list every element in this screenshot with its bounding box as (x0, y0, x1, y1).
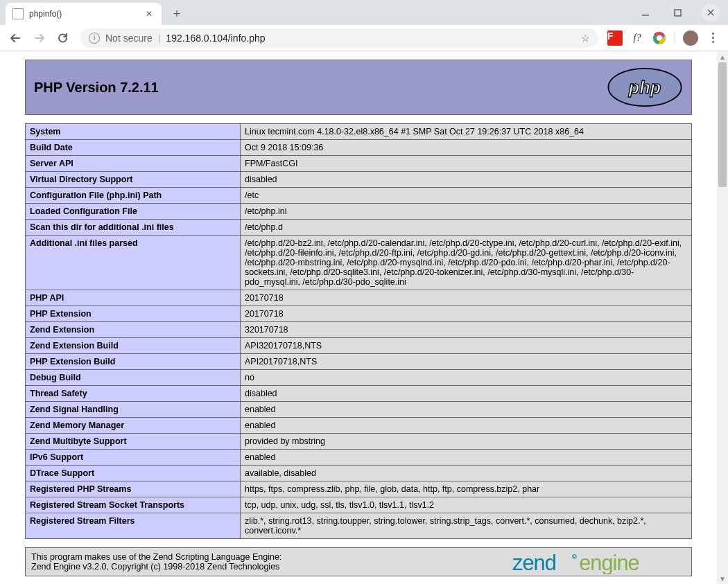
scroll-track[interactable] (717, 62, 728, 573)
info-key: Loaded Configuration File (26, 204, 241, 220)
info-key: Registered Stream Filters (26, 513, 241, 539)
info-value: 320170718 (241, 322, 692, 338)
maximize-button[interactable] (661, 2, 693, 23)
table-row: Zend Extension320170718 (26, 322, 692, 338)
forward-button[interactable] (29, 28, 50, 48)
info-key: Registered Stream Socket Transports (26, 497, 241, 513)
scroll-down-button[interactable]: ▼ (717, 573, 728, 584)
info-key: PHP Extension Build (26, 354, 241, 370)
flipboard-icon: F (607, 30, 623, 46)
table-row: Virtual Directory Supportdisabled (26, 172, 692, 188)
table-row: PHP Extension20170718 (26, 306, 692, 322)
table-row: Scan this dir for additional .ini files/… (26, 220, 692, 236)
extension-fonts[interactable]: f? (627, 28, 647, 48)
minimize-icon (641, 8, 650, 17)
new-tab-button[interactable]: + (167, 4, 187, 24)
info-key: PHP API (26, 290, 241, 306)
separator (675, 31, 675, 45)
extension-chrome[interactable] (650, 28, 669, 48)
table-row: Registered Stream Filterszlib.*, string.… (26, 513, 692, 539)
info-key: Zend Signal Handling (26, 402, 241, 418)
info-value: /etc/php.d/20-bz2.ini, /etc/php.d/20-cal… (241, 236, 692, 290)
chrome-icon (652, 31, 666, 45)
info-value: FPM/FastCGI (241, 156, 692, 172)
dot-icon (712, 41, 714, 43)
info-key: Zend Extension (26, 322, 241, 338)
browser-tab[interactable]: phpinfo() ✕ (6, 3, 162, 25)
php-info-table: SystemLinux tecmint.com 4.18.0-32.el8.x8… (25, 123, 692, 539)
avatar-icon (683, 30, 698, 46)
reload-button[interactable] (53, 28, 73, 48)
info-key: IPv6 Support (26, 450, 241, 466)
table-row: IPv6 Supportenabled (26, 450, 692, 466)
info-value: Linux tecmint.com 4.18.0-32.el8.x86_64 #… (241, 124, 692, 140)
info-value: /etc (241, 188, 692, 204)
close-icon (707, 9, 714, 16)
svg-text:php: php (628, 78, 661, 97)
table-row: Registered PHP Streamshttps, ftps, compr… (26, 481, 692, 497)
table-row: Debug Buildno (26, 370, 692, 386)
address-bar[interactable]: i Not secure | 192.168.0.104/info.php ☆ (80, 28, 598, 48)
svg-text:zend: zend (512, 551, 556, 574)
table-row: Zend Extension BuildAPI320170718,NTS (26, 338, 692, 354)
info-value: /etc/php.ini (241, 204, 692, 220)
separator: | (158, 33, 161, 44)
table-row: Build DateOct 9 2018 15:09:36 (26, 140, 692, 156)
info-value: zlib.*, string.rot13, string.toupper, st… (241, 513, 692, 539)
scroll-up-button[interactable]: ▲ (717, 51, 728, 62)
info-key: Virtual Directory Support (26, 172, 241, 188)
info-key: DTrace Support (26, 466, 241, 481)
svg-text:R: R (573, 556, 576, 559)
info-value: available, disabled (241, 466, 692, 481)
window-close-button[interactable] (702, 3, 720, 21)
info-value: enabled (241, 450, 692, 466)
info-key: System (26, 124, 241, 140)
url-text: 192.168.0.104/info.php (166, 33, 575, 44)
info-key: Registered PHP Streams (26, 481, 241, 497)
table-row: Configuration File (php.ini) Path/etc (26, 188, 692, 204)
info-key: Zend Extension Build (26, 338, 241, 354)
info-value: disabled (241, 386, 692, 402)
info-value: /etc/php.d (241, 220, 692, 236)
php-version-header: PHP Version 7.2.11 php (25, 60, 692, 115)
info-value: enabled (241, 402, 692, 418)
maximize-icon (674, 9, 682, 17)
minimize-button[interactable] (630, 2, 661, 23)
info-value: 20170718 (241, 290, 692, 306)
dot-icon (712, 33, 714, 35)
info-value: enabled (241, 418, 692, 434)
not-secure-label: Not secure (105, 33, 153, 44)
info-key: Thread Safety (26, 386, 241, 402)
info-key: Additional .ini files parsed (26, 236, 241, 290)
info-value: disabled (241, 172, 692, 188)
arrow-left-icon (10, 32, 22, 44)
info-value: API20170718,NTS (241, 354, 692, 370)
fonts-icon: f? (634, 33, 641, 44)
table-row: Thread Safetydisabled (26, 386, 692, 402)
info-value: Oct 9 2018 15:09:36 (241, 140, 692, 156)
zend-logo: zend engine R (512, 549, 686, 576)
arrow-right-icon (33, 32, 46, 44)
info-key: Debug Build (26, 370, 241, 386)
info-value: tcp, udp, unix, udg, ssl, tls, tlsv1.0, … (241, 497, 692, 513)
info-key: Scan this dir for additional .ini files (26, 220, 241, 236)
table-row: DTrace Supportavailable, disabled (26, 466, 692, 481)
site-info-icon[interactable]: i (89, 33, 100, 44)
table-row: Zend Memory Managerenabled (26, 418, 692, 434)
tab-close-icon[interactable]: ✕ (144, 8, 155, 19)
reload-icon (57, 32, 69, 44)
zend-logo-icon: zend engine R (512, 549, 686, 574)
back-button[interactable] (6, 28, 26, 48)
scrollbar[interactable]: ▲ ▼ (717, 51, 728, 584)
bookmark-star-icon[interactable]: ☆ (581, 33, 590, 44)
info-key: Build Date (26, 140, 241, 156)
info-key: Zend Memory Manager (26, 418, 241, 434)
extension-flipboard[interactable]: F (605, 28, 625, 48)
browser-menu-button[interactable] (703, 28, 722, 48)
page-content: PHP Version 7.2.11 php SystemLinux tecmi… (0, 51, 717, 584)
tab-title: phpinfo() (29, 9, 138, 19)
scroll-thumb[interactable] (718, 62, 727, 187)
info-value: provided by mbstring (241, 434, 692, 450)
profile-button[interactable] (681, 28, 700, 48)
window-controls (630, 0, 728, 25)
